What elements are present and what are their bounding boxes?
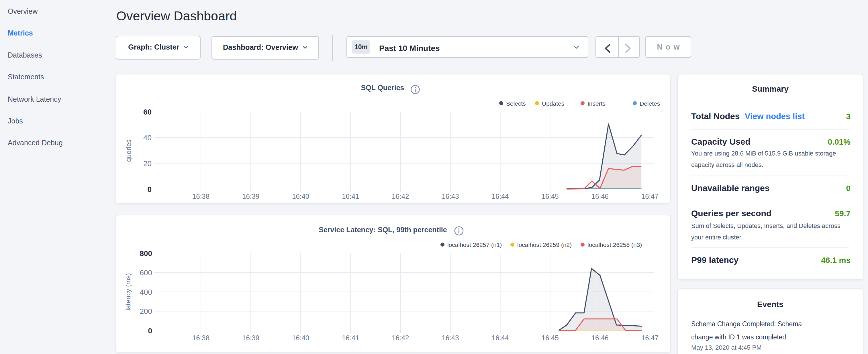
svg-text:latency (ms): latency (ms) [124,273,132,311]
svg-text:16:44: 16:44 [492,334,509,342]
svg-text:40: 40 [143,133,152,142]
svg-text:200: 200 [140,307,152,316]
svg-text:16:40: 16:40 [292,334,309,342]
svg-text:16:46: 16:46 [591,334,609,342]
svg-text:16:39: 16:39 [242,334,259,342]
svg-text:16:43: 16:43 [442,192,459,200]
svg-text:queries: queries [125,139,132,162]
svg-text:0: 0 [148,326,152,335]
svg-text:Deletes: Deletes [640,100,660,107]
svg-text:16:46: 16:46 [591,192,609,200]
svg-text:Service Latency: SQL, 99th per: Service Latency: SQL, 99th percentile [319,226,447,234]
svg-text:16:45: 16:45 [541,192,559,200]
svg-text:600: 600 [140,268,152,277]
svg-text:20: 20 [143,159,152,168]
svg-text:16:44: 16:44 [492,192,509,200]
svg-text:localhost:26257 (n1): localhost:26257 (n1) [447,242,502,248]
svg-text:16:43: 16:43 [442,334,459,342]
svg-text:16:40: 16:40 [292,192,309,200]
svg-text:60: 60 [143,108,152,116]
svg-text:Selects: Selects [506,100,526,107]
svg-text:16:45: 16:45 [541,334,559,342]
svg-text:800: 800 [140,249,152,258]
svg-text:16:42: 16:42 [392,334,409,342]
svg-text:400: 400 [140,288,152,296]
svg-text:localhost:26258 (n3): localhost:26258 (n3) [587,242,642,248]
svg-text:Updates: Updates [542,100,564,107]
svg-text:16:39: 16:39 [242,192,259,200]
svg-text:16:41: 16:41 [342,334,359,342]
svg-text:16:47: 16:47 [641,192,658,200]
svg-text:16:42: 16:42 [392,192,409,200]
svg-text:SQL Queries: SQL Queries [361,84,404,92]
svg-text:16:47: 16:47 [641,334,658,342]
svg-text:Inserts: Inserts [587,100,606,107]
svg-text:16:38: 16:38 [192,334,210,342]
svg-text:16:41: 16:41 [342,192,359,200]
svg-text:localhost:26259 (n2): localhost:26259 (n2) [517,242,572,248]
svg-text:16:38: 16:38 [192,192,210,200]
svg-text:0: 0 [148,185,152,194]
